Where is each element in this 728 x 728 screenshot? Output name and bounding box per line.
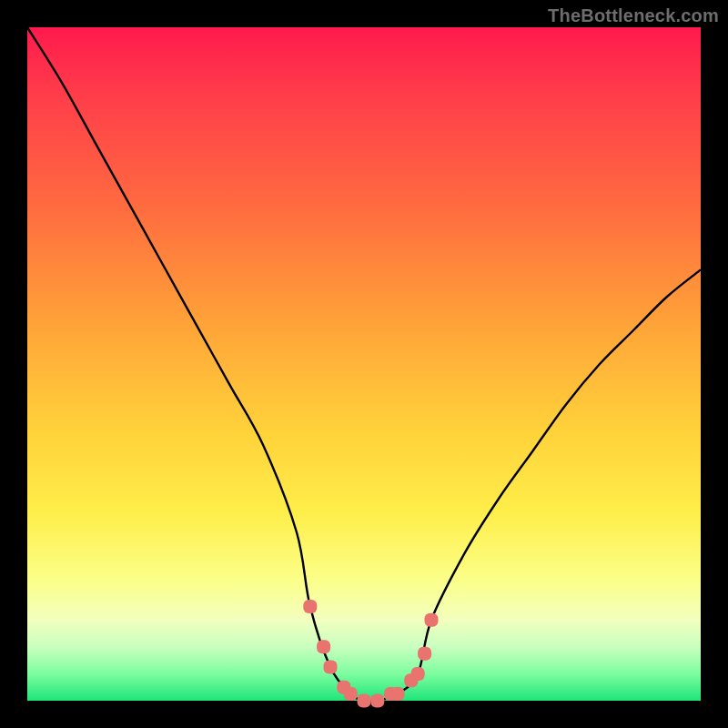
- curve-marker: [317, 640, 330, 653]
- curve-marker: [425, 613, 439, 627]
- curve-marker: [303, 600, 317, 613]
- curve-marker: [344, 687, 358, 701]
- curve-marker: [418, 647, 431, 661]
- plot-area: [27, 27, 701, 701]
- chart-frame: TheBottleneck.com: [0, 0, 728, 728]
- curve-marker: [324, 661, 338, 674]
- curve-marker: [370, 694, 384, 708]
- bottleneck-curve: [27, 27, 701, 701]
- watermark-text: TheBottleneck.com: [548, 5, 719, 26]
- curve-marker: [358, 694, 371, 708]
- curve-marker: [411, 667, 425, 681]
- curve-marker: [391, 687, 405, 701]
